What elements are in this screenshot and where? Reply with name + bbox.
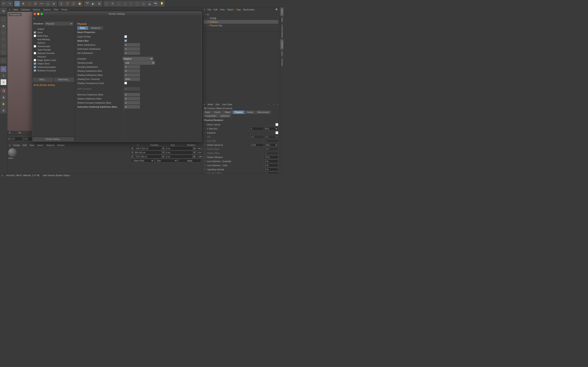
object-tree-item[interactable]: ○빗방울	[204, 16, 278, 20]
material-item[interactable]: Water -	[8, 148, 18, 159]
pos-z-input[interactable]	[134, 155, 162, 158]
axis-z-icon[interactable]: Z	[71, 1, 76, 7]
setting-checkbox[interactable]	[34, 59, 36, 61]
attr-input[interactable]	[250, 143, 264, 147]
back-icon[interactable]: ←	[268, 103, 270, 106]
attr-tab[interactable]: Stereoscopic	[255, 110, 271, 114]
anim-bullet-icon[interactable]	[204, 124, 206, 125]
attr-checkbox[interactable]	[276, 131, 278, 134]
attr-input[interactable]	[264, 147, 278, 151]
hamburger-icon[interactable]: ≡	[2, 174, 3, 176]
setting-checkbox[interactable]	[34, 35, 36, 37]
edge-mode-icon[interactable]: ⬚	[0, 42, 7, 49]
environment-icon[interactable]: ☁	[147, 1, 152, 7]
dialog-titlebar[interactable]: Render Settings	[32, 12, 201, 16]
render-view-icon[interactable]: 🎬	[84, 1, 90, 7]
select-tool-icon[interactable]: ▭	[14, 1, 20, 7]
property-input[interactable]	[124, 65, 140, 68]
workplane-planar-icon[interactable]: ▨	[0, 107, 7, 113]
deformer-icon[interactable]: ◫	[140, 1, 146, 7]
snap-s2-icon[interactable]: S	[0, 73, 7, 79]
anim-bullet-icon[interactable]	[204, 128, 206, 130]
attr-select[interactable]: 200	[264, 135, 278, 138]
setting-tree-item[interactable]: Team Render	[33, 48, 74, 51]
am-mode-menu[interactable]: Mode	[208, 103, 213, 106]
cursor-icon[interactable]: ➤	[51, 1, 57, 7]
property-checkbox[interactable]	[124, 35, 127, 38]
array-icon[interactable]: ⋮	[128, 1, 134, 7]
panel-menu[interactable]: Panel	[61, 8, 67, 11]
anim-bullet-icon[interactable]	[204, 144, 206, 146]
setting-tree-item[interactable]: Magic Bullet Looks	[33, 58, 74, 62]
panel-tab[interactable]: Objects	[280, 7, 284, 16]
anim-bullet-icon[interactable]	[204, 156, 206, 158]
forward-icon[interactable]: →	[273, 103, 275, 106]
axis-y-icon[interactable]: Y	[65, 1, 70, 7]
anim-bullet-icon[interactable]	[204, 152, 206, 154]
property-select[interactable]: Low	[124, 61, 155, 65]
object-tree-item[interactable]: ○비	[204, 13, 278, 16]
attr-select[interactable]: 1/30 s	[264, 143, 278, 147]
property-input[interactable]	[124, 93, 140, 96]
attr-input[interactable]	[264, 139, 278, 142]
make-editable-icon[interactable]: ▨	[0, 8, 7, 14]
mat-create-menu[interactable]: Create	[13, 144, 20, 146]
tab-basic[interactable]: Basic	[77, 26, 88, 30]
anim-bullet-icon[interactable]	[204, 160, 206, 162]
cameras-menu[interactable]: Cameras	[21, 8, 30, 11]
property-input[interactable]	[124, 105, 140, 108]
om-object-menu[interactable]: Object	[227, 8, 234, 11]
workplane-icon[interactable]: ⬚	[0, 29, 7, 35]
undo-icon[interactable]: ↶	[1, 1, 7, 7]
point-mode-icon[interactable]: ⬚	[0, 36, 7, 42]
timeline-start-input[interactable]	[11, 137, 23, 141]
property-checkbox[interactable]	[124, 39, 127, 42]
om-tags-menu[interactable]: Tags	[236, 8, 241, 11]
effect-button[interactable]: Effect...	[33, 78, 53, 82]
snap-s1-icon[interactable]: S	[0, 66, 7, 72]
attr-input[interactable]	[250, 135, 264, 138]
view-menu[interactable]: View	[13, 8, 18, 11]
magnet-icon[interactable]: 🧲	[0, 88, 7, 94]
pos-y-input[interactable]	[134, 151, 162, 154]
attr-tab[interactable]: Object	[223, 110, 233, 114]
axis-x-icon[interactable]: X	[58, 1, 64, 7]
attr-checkbox[interactable]	[276, 123, 278, 126]
property-input[interactable]	[124, 87, 140, 91]
attr-input[interactable]	[250, 127, 264, 130]
anim-bullet-icon[interactable]	[204, 140, 206, 142]
redo-icon[interactable]: ↷	[7, 1, 13, 7]
filter-menu[interactable]: Filter	[54, 8, 59, 11]
attr-tab[interactable]: Composition	[203, 114, 218, 118]
tab-advanced[interactable]: Advanced	[88, 26, 103, 30]
anim-bullet-icon[interactable]	[204, 168, 206, 170]
property-input[interactable]	[124, 43, 140, 47]
pen-icon[interactable]: ✎	[110, 1, 116, 7]
setting-checkbox[interactable]	[34, 62, 36, 65]
setting-checkbox[interactable]	[34, 52, 36, 54]
size-y-input[interactable]	[165, 151, 193, 154]
setting-checkbox[interactable]	[34, 31, 36, 34]
pos-x-input[interactable]	[134, 147, 162, 150]
rotate-tool-icon[interactable]: ⟳	[33, 1, 38, 7]
mat-edit-menu[interactable]: Edit	[23, 144, 26, 146]
hamburger-icon[interactable]: ≡	[9, 8, 10, 11]
om-edit-menu[interactable]: Edit	[214, 8, 217, 11]
setting-tree-item[interactable]: Ambient Occlusion	[33, 69, 74, 72]
attr-input[interactable]	[264, 168, 278, 171]
attr-tab[interactable]: Coord.	[212, 110, 222, 114]
cube-icon[interactable]: ⬡	[104, 1, 109, 7]
property-input[interactable]	[124, 69, 140, 73]
subdiv-icon[interactable]: ⬚	[116, 1, 122, 7]
expand-icon[interactable]: ⊞	[34, 84, 35, 86]
close-icon[interactable]	[34, 13, 36, 15]
anim-bullet-icon[interactable]	[204, 132, 206, 134]
attr-input[interactable]	[264, 164, 278, 167]
render-picture-icon[interactable]: ▶	[90, 1, 96, 7]
renderer-select[interactable]: Physical	[45, 22, 73, 25]
up-icon[interactable]: ↑	[277, 103, 278, 106]
am-userdata-menu[interactable]: User Data	[222, 103, 232, 106]
object-tree-item[interactable]: ○Physical Sky	[204, 24, 278, 27]
anim-bullet-icon[interactable]	[204, 148, 206, 150]
display-menu[interactable]: Display	[33, 8, 40, 11]
